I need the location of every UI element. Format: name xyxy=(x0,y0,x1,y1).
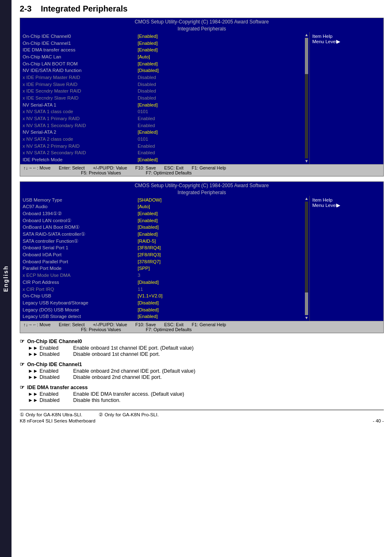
table-row[interactable]: IDE Prefetch Mode[Enabled] xyxy=(23,156,301,163)
table-row[interactable]: NV Serial-ATA 1[Enabled] xyxy=(23,102,301,109)
scroll-up-arrow[interactable]: ▲ xyxy=(304,33,309,37)
footnote-2: ② Only for GA-K8N Pro-SLI. xyxy=(99,412,159,418)
table-row[interactable]: x NV SATA 1 Primary RAIDEnabled xyxy=(23,115,301,122)
table-row[interactable]: x NV SATA 1 Secondary RAIDEnabled xyxy=(23,122,301,129)
table-row[interactable]: x NV SATA 2 Secondary RAIDEnabled xyxy=(23,149,301,156)
scroll2-down-arrow[interactable]: ▼ xyxy=(304,316,309,320)
table-row[interactable]: x NV SATA 2 Primary RAIDEnabled xyxy=(23,143,301,150)
footer2-save: F10: Save xyxy=(135,322,156,327)
table-row[interactable]: IDE DMA transfer access[Enabled] xyxy=(23,46,301,53)
table-row[interactable]: x IDE Primary Slave RAIDDisabled xyxy=(23,81,301,88)
item-label: SATA controller Function① xyxy=(23,238,138,245)
footer2-move: ↑↓→←: Move xyxy=(23,322,51,327)
list-item: ►► EnabledEnable onboard 1st channel IDE… xyxy=(28,345,384,351)
list-item: ►► DisabledDisable this function. xyxy=(28,397,384,403)
footer1-prev: F5: Previous Values xyxy=(81,170,121,175)
scroll2-track[interactable] xyxy=(305,202,308,315)
table-row[interactable]: Parallel Port Mode[SPP] xyxy=(23,265,301,272)
table-row[interactable]: x ECP Mode Use DMA3 xyxy=(23,272,301,279)
table-row[interactable]: Legacy USB Storage detect[Enabled] xyxy=(23,313,301,320)
panel1-subheader: Integrated Peripherals xyxy=(20,26,383,32)
item-value: [Disabled] xyxy=(138,279,159,286)
item-value: [Enabled] xyxy=(138,217,158,224)
table-row[interactable]: Onboard Parallel Port[378/IRQ7] xyxy=(23,258,301,265)
list-item: ►► DisabledDisable onboard 2nd channel I… xyxy=(28,374,384,380)
option-desc: Disable onboard 1st channel IDE port. xyxy=(73,351,384,357)
board-name: K8 nForce4 SLI Series Motherboard xyxy=(20,418,95,423)
table-row[interactable]: OnBoard LAN Boot ROM①[Disabled] xyxy=(23,224,301,231)
table-row[interactable]: SATA controller Function①[RAID-5] xyxy=(23,238,301,245)
panel1-scrollbar[interactable]: ▲ ▼ xyxy=(304,32,309,164)
table-row[interactable]: AC97 Audio[Auto] xyxy=(23,203,301,210)
item-label: x NV SATA 2 class code xyxy=(23,136,138,143)
item-label: x IDE Secndry Slave RAID xyxy=(23,95,138,102)
item-value: [Disabled] xyxy=(138,306,159,313)
item-value: [Enabled] xyxy=(138,156,158,163)
table-row[interactable]: SATA RAID-5/ATA controller①[Enabled] xyxy=(23,231,301,238)
table-row[interactable]: CIR Port Address[Disabled] xyxy=(23,279,301,286)
scroll-down-arrow[interactable]: ▼ xyxy=(304,159,309,163)
item-value: Disabled xyxy=(138,74,156,81)
item-value: [Enabled] xyxy=(138,210,158,217)
footer-notes: ① Only for GA-K8N Ultra-SLI. ② Only for … xyxy=(20,410,384,423)
panel1-footer: ↑↓→←: Move Enter: Select +/-/PU/PD: Valu… xyxy=(20,164,383,176)
table-row[interactable]: Onboard LAN control①[Enabled] xyxy=(23,217,301,224)
table-row[interactable]: Legacy (DOS) USB Mouse[Disabled] xyxy=(23,306,301,313)
table-row[interactable]: NV IDE/SATA RAID function[Disabled] xyxy=(23,67,301,74)
table-row[interactable]: Onboard Serial Port 1[3F8/IRQ4] xyxy=(23,244,301,251)
cmos-panel-2: CMOS Setup Utility-Copyright (C) 1984-20… xyxy=(20,181,384,333)
scroll-track[interactable] xyxy=(305,38,308,158)
item-label: Onboard Serial Port 1 xyxy=(23,244,138,251)
table-row[interactable]: On-Chip IDE Channel1[Enabled] xyxy=(23,40,301,47)
item-value: Disabled xyxy=(138,88,156,95)
table-row[interactable]: x NV SATA 2 class code0101 xyxy=(23,136,301,143)
item-value: [Disabled] xyxy=(138,299,159,306)
item-value: 0101 xyxy=(138,136,148,143)
item-value: [SHADOW] xyxy=(138,197,161,204)
list-item: ►► DisabledDisable onboard 1st channel I… xyxy=(28,351,384,357)
item-label: Legacy (DOS) USB Mouse xyxy=(23,306,138,313)
panel2-scrollbar[interactable]: ▲ ▼ xyxy=(304,196,309,321)
table-row[interactable]: Onboard 1394①②[Enabled] xyxy=(23,210,301,217)
explanation-section: ☞ On-Chip IDE Channel0►► EnabledEnable o… xyxy=(20,338,384,403)
table-row[interactable]: On-Chip MAC Lan[Auto] xyxy=(23,53,301,60)
footer1-value: +/-/PU/PD: Value xyxy=(93,165,127,170)
scroll2-up-arrow[interactable]: ▲ xyxy=(304,197,309,201)
item-label: IDE DMA transfer access xyxy=(23,46,138,53)
item-label: x ECP Mode Use DMA xyxy=(23,272,138,279)
panel2-items: USB Memory Type[SHADOW]AC97 Audio[Auto]O… xyxy=(20,196,304,321)
table-row[interactable]: On-Chip IDE Channel0[Enabled] xyxy=(23,33,301,40)
sidebar-label: English xyxy=(2,265,9,292)
panel2-item-help: Item Help xyxy=(312,197,381,202)
table-row[interactable]: x CIR Port IRQ11 xyxy=(23,286,301,293)
explanation-title: ☞ On-Chip IDE Channel0 xyxy=(20,338,384,344)
item-label: USB Memory Type xyxy=(23,197,138,204)
table-row[interactable]: x IDE Secndry Slave RAIDDisabled xyxy=(23,95,301,102)
item-label: Onboard LAN control① xyxy=(23,217,138,224)
item-label: OnBoard LAN Boot ROM① xyxy=(23,224,138,231)
option-desc: Disable this function. xyxy=(73,397,384,403)
table-row[interactable]: On-Chip USB[V1.1+V2.0] xyxy=(23,292,301,299)
page-title: 2-3 Integrated Peripherals xyxy=(20,4,384,14)
item-label: Legacy USB Keyboard/Storage xyxy=(23,299,138,306)
table-row[interactable]: x NV SATA 1 class code0101 xyxy=(23,108,301,115)
table-row[interactable]: NV Serial-ATA 2[Enabled] xyxy=(23,129,301,136)
item-label: Legacy USB Storage detect xyxy=(23,313,138,320)
table-row[interactable]: x IDE Secndry Master RAIDDisabled xyxy=(23,88,301,95)
panel1-menu-level: Menu Level▶ xyxy=(312,39,381,44)
item-label: AC97 Audio xyxy=(23,203,138,210)
option-desc: Enable onboard 1st channel IDE port. (De… xyxy=(73,345,384,351)
footer1-save: F10: Save xyxy=(135,165,156,170)
panel2-subheader: Integrated Peripherals xyxy=(20,189,383,196)
table-row[interactable]: x IDE Primary Master RAIDDisabled xyxy=(23,74,301,81)
table-row[interactable]: USB Memory Type[SHADOW] xyxy=(23,197,301,204)
panel1-help: Item Help Menu Level▶ xyxy=(309,32,383,164)
table-row[interactable]: Onboard IrDA Port[2F8/IRQ3] xyxy=(23,251,301,258)
item-label: On-Chip LAN BOOT ROM xyxy=(23,60,138,67)
item-value: [Enabled] xyxy=(138,60,158,67)
explanation-title: ☞ On-Chip IDE Channel1 xyxy=(20,361,384,367)
table-row[interactable]: On-Chip LAN BOOT ROM[Enabled] xyxy=(23,60,301,67)
item-label: Parallel Port Mode xyxy=(23,265,138,272)
table-row[interactable]: Legacy USB Keyboard/Storage[Disabled] xyxy=(23,299,301,306)
item-value: [Enabled] xyxy=(138,231,158,238)
